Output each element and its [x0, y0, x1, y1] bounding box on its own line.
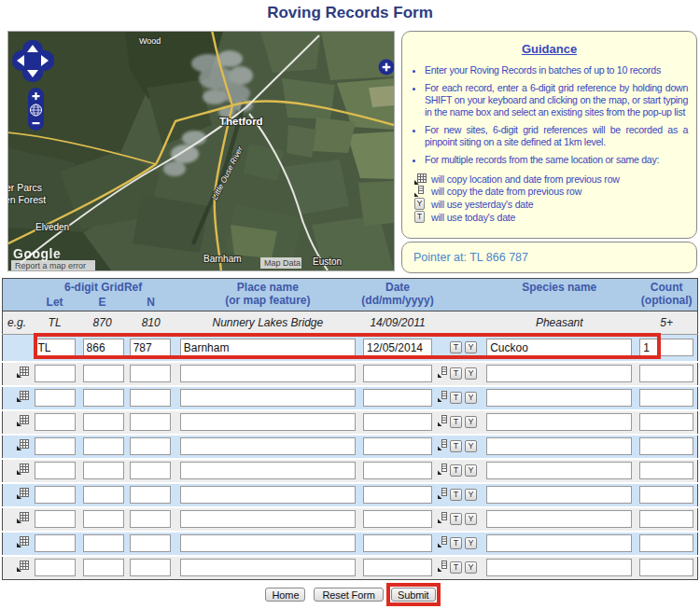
yesterday-date-button[interactable]: Y [465, 440, 477, 452]
home-button[interactable]: Home [265, 588, 305, 602]
copy-location-date-button[interactable] [17, 513, 29, 526]
gridref-e-input[interactable] [83, 486, 124, 504]
species-name-input[interactable] [486, 389, 632, 407]
gridref-e-input[interactable] [83, 413, 124, 431]
gridref-let-input[interactable] [35, 365, 76, 382]
map-zoom-control[interactable] [28, 88, 44, 131]
date-input[interactable] [363, 534, 432, 552]
gridref-n-input[interactable] [130, 510, 171, 528]
yesterday-date-button[interactable]: Y [465, 341, 477, 353]
copy-location-date-button[interactable] [17, 367, 29, 381]
copy-date-button[interactable] [438, 561, 447, 574]
map-satellite-image[interactable]: Wood Thetford ter Parcs den Forest Elved… [8, 32, 394, 270]
species-name-input[interactable] [486, 559, 632, 576]
date-input[interactable] [363, 462, 432, 479]
copy-location-date-button[interactable] [17, 489, 29, 502]
place-name-input[interactable] [180, 486, 356, 504]
place-name-input[interactable] [180, 462, 356, 479]
today-date-button[interactable]: T [450, 464, 462, 477]
gridref-n-input[interactable] [130, 486, 171, 504]
gridref-e-input[interactable] [83, 462, 124, 479]
gridref-let-input[interactable] [35, 437, 76, 455]
today-date-button[interactable]: T [450, 440, 462, 452]
today-date-button[interactable]: T [450, 513, 462, 525]
yesterday-date-button[interactable]: Y [465, 392, 477, 404]
today-date-button[interactable]: T [450, 392, 462, 404]
count-input[interactable] [639, 339, 693, 356]
gridref-let-input[interactable] [35, 510, 76, 528]
yesterday-date-button[interactable]: Y [465, 561, 477, 574]
count-input[interactable] [639, 486, 693, 504]
date-input[interactable] [363, 365, 432, 382]
gridref-let-input[interactable] [35, 534, 76, 552]
gridref-let-input[interactable] [35, 389, 76, 407]
today-date-button[interactable]: T [450, 341, 462, 353]
gridref-e-input[interactable] [83, 339, 124, 356]
reset-form-button[interactable]: Reset Form [314, 588, 383, 602]
map[interactable]: Wood Thetford ter Parcs den Forest Elved… [7, 31, 395, 271]
species-name-input[interactable] [486, 534, 632, 552]
count-input[interactable] [639, 389, 693, 407]
place-name-input[interactable] [180, 510, 356, 528]
species-name-input[interactable] [486, 486, 632, 504]
count-input[interactable] [639, 559, 693, 576]
yesterday-date-button[interactable]: Y [465, 489, 477, 501]
count-input[interactable] [639, 462, 693, 479]
place-name-input[interactable] [180, 437, 356, 455]
submit-button[interactable]: Submit [391, 588, 436, 602]
copy-location-date-button[interactable] [17, 537, 29, 550]
copy-date-button[interactable] [438, 536, 447, 550]
place-name-input[interactable] [180, 413, 356, 431]
species-name-input[interactable] [486, 413, 632, 431]
gridref-let-input[interactable] [35, 486, 76, 504]
yesterday-date-button[interactable]: Y [465, 416, 477, 428]
copy-location-date-button[interactable] [17, 440, 29, 453]
report-map-error-link[interactable]: Report a map error [11, 260, 95, 270]
yesterday-date-button[interactable]: Y [465, 367, 477, 380]
date-input[interactable] [363, 413, 432, 431]
place-name-input[interactable] [180, 559, 356, 576]
yesterday-date-button[interactable]: Y [465, 513, 477, 525]
today-date-button[interactable]: T [450, 489, 462, 501]
gridref-n-input[interactable] [130, 559, 171, 576]
gridref-e-input[interactable] [83, 559, 124, 576]
copy-location-date-button[interactable] [17, 416, 29, 429]
copy-date-button[interactable] [438, 391, 447, 405]
map-expand-control[interactable] [379, 60, 395, 76]
copy-date-button[interactable] [438, 439, 447, 453]
gridref-n-input[interactable] [130, 365, 171, 382]
species-name-input[interactable] [486, 437, 632, 455]
species-name-input[interactable] [486, 462, 632, 479]
today-date-button[interactable]: T [450, 561, 462, 574]
yesterday-date-button[interactable]: Y [465, 537, 477, 549]
count-input[interactable] [639, 413, 693, 431]
gridref-n-input[interactable] [130, 389, 171, 407]
date-input[interactable] [363, 559, 432, 576]
copy-location-date-button[interactable] [17, 464, 29, 478]
date-input[interactable] [363, 389, 432, 407]
gridref-let-input[interactable] [35, 339, 76, 356]
copy-date-button[interactable] [438, 367, 447, 381]
place-name-input[interactable] [180, 365, 356, 382]
gridref-n-input[interactable] [130, 534, 171, 552]
copy-date-button[interactable] [438, 464, 447, 478]
gridref-e-input[interactable] [83, 389, 124, 407]
today-date-button[interactable]: T [450, 367, 462, 380]
species-name-input[interactable] [486, 365, 632, 382]
place-name-input[interactable] [180, 534, 356, 552]
gridref-e-input[interactable] [83, 437, 124, 455]
species-name-input[interactable] [486, 510, 632, 528]
gridref-let-input[interactable] [35, 462, 76, 479]
gridref-n-input[interactable] [130, 413, 171, 431]
today-date-button[interactable]: T [450, 537, 462, 549]
copy-date-button[interactable] [438, 415, 447, 429]
gridref-let-input[interactable] [35, 413, 76, 431]
copy-location-date-button[interactable] [17, 561, 29, 574]
count-input[interactable] [639, 510, 693, 528]
copy-date-button[interactable] [438, 488, 447, 502]
yesterday-date-button[interactable]: Y [465, 464, 477, 477]
gridref-n-input[interactable] [130, 339, 171, 356]
copy-date-button[interactable] [438, 512, 447, 526]
gridref-let-input[interactable] [35, 559, 76, 576]
count-input[interactable] [639, 437, 693, 455]
